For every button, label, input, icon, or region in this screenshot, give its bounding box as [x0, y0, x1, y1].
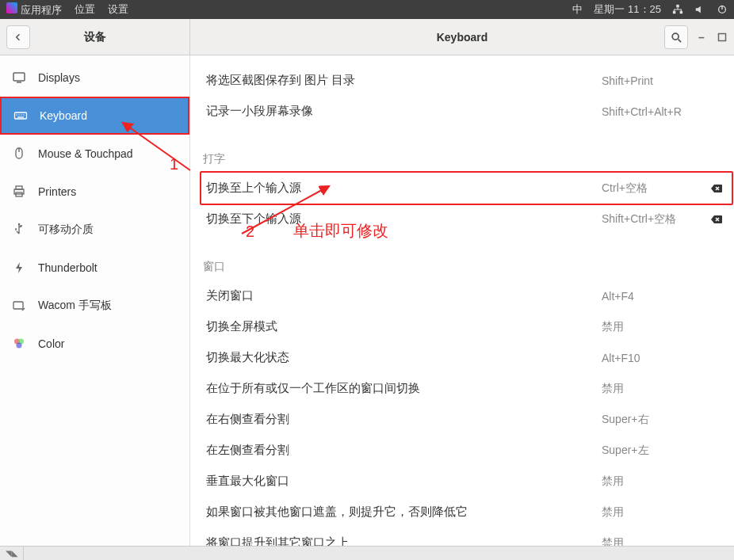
- tablet-icon: [11, 298, 27, 314]
- sidebar-label: Thunderbolt: [38, 261, 97, 274]
- bottom-panel-tray[interactable]: ◥◣: [0, 547, 24, 560]
- color-icon: [11, 336, 27, 352]
- keyboard-icon: [13, 108, 29, 124]
- header-left-title: 设备: [84, 30, 106, 44]
- shortcut-key: 禁用: [602, 505, 705, 520]
- power-icon[interactable]: [717, 4, 728, 15]
- clear-shortcut-icon[interactable]: [709, 212, 724, 227]
- svg-rect-19: [16, 186, 22, 189]
- sidebar-item-mouse[interactable]: Mouse & Touchpad: [0, 135, 189, 173]
- shortcut-label: 将选区截图保存到 图片 目录: [206, 73, 602, 88]
- svg-point-14: [23, 114, 24, 115]
- search-button[interactable]: [664, 25, 688, 49]
- svg-rect-2: [680, 11, 683, 14]
- clock[interactable]: 星期一 11：25: [594, 2, 661, 17]
- sidebar-label: 可移动介质: [38, 223, 94, 237]
- shortcut-key: Alt+F10: [602, 352, 705, 364]
- sidebar-label: Keyboard: [40, 109, 87, 122]
- shortcut-label: 在右侧查看分割: [206, 412, 602, 427]
- shortcut-key: Ctrl+空格: [602, 181, 705, 196]
- shortcut-key: Shift+Ctrl+空格: [602, 212, 705, 227]
- svg-line-6: [679, 39, 682, 42]
- sidebar-item-removable[interactable]: 可移动介质: [0, 211, 189, 249]
- system-topbar: 应用程序 位置 设置 中 星期一 11：25: [0, 0, 734, 19]
- svg-rect-1: [673, 11, 676, 14]
- shortcut-key: Shift+Ctrl+Alt+R: [602, 105, 705, 118]
- content-area: Displays Keyboard Mouse & Touchpad Print…: [0, 55, 734, 560]
- shortcut-key: 禁用: [602, 320, 705, 334]
- shortcut-label: 记录一小段屏幕录像: [206, 104, 602, 119]
- display-icon: [11, 70, 27, 86]
- shortcut-key: Alt+F4: [602, 290, 705, 303]
- shortcut-row[interactable]: 关闭窗口Alt+F4: [201, 280, 732, 311]
- sidebar: Displays Keyboard Mouse & Touchpad Print…: [0, 55, 190, 560]
- sidebar-item-printers[interactable]: Printers: [0, 173, 189, 211]
- shortcut-key: 禁用: [602, 474, 705, 489]
- svg-point-21: [18, 223, 20, 225]
- maximize-button[interactable]: [715, 30, 729, 44]
- svg-point-12: [18, 114, 19, 115]
- topbar-app-menu[interactable]: 设置: [108, 2, 128, 17]
- shortcut-row[interactable]: 在左侧查看分割Super+左: [201, 435, 732, 466]
- svg-point-26: [17, 343, 22, 349]
- shortcut-label: 垂直最大化窗口: [206, 474, 602, 489]
- section-title-window: 窗口: [201, 253, 732, 280]
- svg-point-5: [672, 33, 679, 40]
- shortcut-row[interactable]: 记录一小段屏幕录像 Shift+Ctrl+Alt+R: [201, 96, 732, 127]
- shortcut-label: 切换至上个输入源: [206, 181, 602, 196]
- sidebar-item-keyboard[interactable]: Keyboard: [0, 97, 189, 135]
- network-icon[interactable]: [672, 4, 683, 15]
- shortcut-label: 切换最大化状态: [206, 350, 602, 365]
- shortcut-key: 禁用: [602, 382, 705, 396]
- sidebar-item-thunderbolt[interactable]: Thunderbolt: [0, 249, 189, 287]
- sidebar-label: Wacom 手写板: [38, 299, 112, 313]
- usb-icon: [11, 222, 27, 238]
- header-right-title: Keyboard: [437, 31, 488, 44]
- svg-rect-0: [676, 5, 679, 8]
- activities-logo[interactable]: 应用程序: [6, 2, 62, 17]
- sidebar-label: Color: [38, 337, 64, 350]
- shortcut-key: Super+左: [602, 444, 705, 458]
- svg-point-11: [16, 114, 17, 115]
- sidebar-item-wacom[interactable]: Wacom 手写板: [0, 287, 189, 325]
- shortcut-label: 关闭窗口: [206, 288, 602, 303]
- shortcut-row[interactable]: 切换最大化状态Alt+F10: [201, 342, 732, 373]
- shortcut-label: 切换至下个输入源: [206, 211, 602, 227]
- sidebar-label: Mouse & Touchpad: [38, 147, 133, 160]
- bottom-panel: ◥◣: [0, 546, 734, 560]
- main-panel[interactable]: 将选区截图保存到 图片 目录 Shift+Print 记录一小段屏幕录像 Shi…: [190, 55, 734, 560]
- section-title-typing: 打字: [201, 146, 732, 173]
- back-button[interactable]: [6, 25, 30, 49]
- sidebar-item-color[interactable]: Color: [0, 325, 189, 363]
- sidebar-item-displays[interactable]: Displays: [0, 59, 189, 97]
- shortcut-row[interactable]: 将选区截图保存到 图片 目录 Shift+Print: [201, 65, 732, 96]
- shortcut-row-next-input-source[interactable]: 切换至下个输入源 Shift+Ctrl+空格: [201, 204, 732, 234]
- shortcut-row[interactable]: 切换全屏模式禁用: [201, 311, 732, 342]
- headerbar: 设备 Keyboard –: [0, 19, 734, 55]
- shortcut-row[interactable]: 垂直最大化窗口禁用: [201, 466, 732, 497]
- shortcut-label: 在位于所有或仅一个工作区的窗口间切换: [206, 381, 602, 396]
- sidebar-label: Displays: [38, 71, 80, 84]
- shortcut-key: Shift+Print: [602, 74, 705, 87]
- printer-icon: [11, 184, 27, 200]
- clear-shortcut-icon[interactable]: [709, 181, 724, 196]
- mouse-icon: [11, 146, 27, 162]
- shortcut-label: 在左侧查看分割: [206, 443, 602, 458]
- topbar-places[interactable]: 位置: [75, 2, 95, 17]
- shortcut-label: 切换全屏模式: [206, 319, 602, 334]
- minimize-button[interactable]: –: [694, 30, 709, 44]
- svg-rect-7: [719, 33, 726, 40]
- shortcut-label: 如果窗口被其他窗口遮盖，则提升它，否则降低它: [206, 505, 602, 520]
- shortcut-row[interactable]: 如果窗口被其他窗口遮盖，则提升它，否则降低它禁用: [201, 497, 732, 528]
- shortcut-row[interactable]: 在右侧查看分割Super+右: [201, 404, 732, 435]
- thunderbolt-icon: [11, 260, 27, 276]
- svg-rect-10: [15, 112, 27, 119]
- shortcut-row-prev-input-source[interactable]: 切换至上个输入源 Ctrl+空格: [200, 171, 733, 205]
- svg-rect-8: [13, 73, 25, 81]
- svg-rect-22: [13, 302, 23, 309]
- volume-icon[interactable]: [694, 4, 705, 15]
- input-method-indicator[interactable]: 中: [572, 2, 583, 17]
- shortcut-key: Super+右: [602, 413, 705, 427]
- svg-point-13: [21, 114, 21, 115]
- shortcut-row[interactable]: 在位于所有或仅一个工作区的窗口间切换禁用: [201, 373, 732, 404]
